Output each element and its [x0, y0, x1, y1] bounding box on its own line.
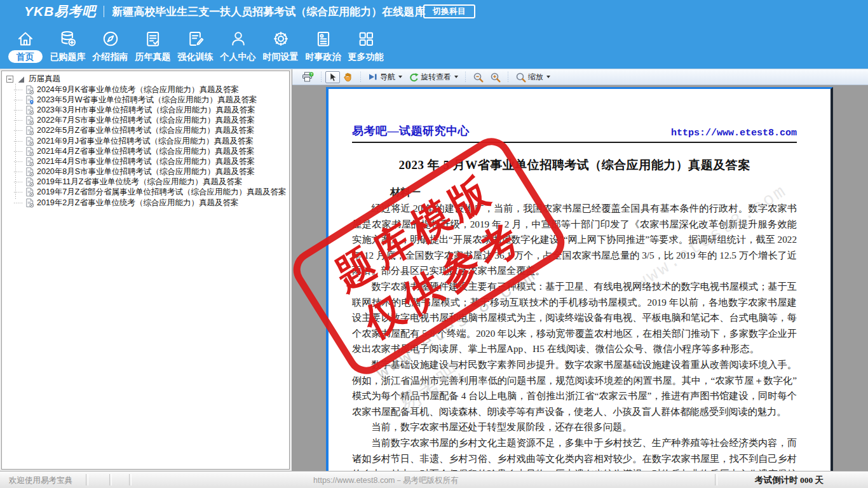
nav-item-current-affairs[interactable]: 时事政治	[302, 23, 344, 63]
nav-item-label: 已购题库	[50, 50, 86, 63]
tree-item-label: 2019年2月Z省事业单位统考（综合应用能力）真题及答案	[37, 198, 238, 208]
nav-item-label: 时间设置	[263, 50, 299, 63]
tree-item-label: 2022年5月Z省事业单位招聘考试（综合应用能力）真题及答案	[37, 125, 254, 136]
tree-connector	[14, 90, 23, 90]
statusbar-separator	[109, 474, 112, 485]
nav-item-profile[interactable]: 个人中心	[217, 23, 259, 63]
chevron-down-icon	[398, 76, 402, 78]
exam-file-icon	[25, 85, 34, 95]
printer-icon: ?	[302, 72, 314, 83]
tree-item-label: 2021年9月J省事业单位招聘考试（综合应用能力）真题及答案	[37, 136, 254, 147]
tree-item[interactable]: 2024年9月K省事业单位统考（综合应用能力）真题及答案	[14, 85, 289, 95]
select-tool-button[interactable]	[325, 71, 340, 83]
main-navbar: 首页 已购题库 介绍指南 历年真题	[0, 23, 868, 69]
titlebar-divider	[104, 6, 104, 17]
tree-item[interactable]: 2023年3月H市事业单位招聘考试（综合应用能力）真题及答案	[14, 105, 289, 115]
nav-item-label: 更多功能	[348, 50, 384, 63]
tree-item-label: 2020年8月S市事业单位招聘考试（综合应用能力）真题及答案	[37, 166, 255, 177]
document-header: 易考吧—试题研究中心 https://www.etest8.com	[352, 123, 797, 139]
nav-item-label: 首页	[8, 50, 43, 63]
navigate-label: 导航	[380, 72, 395, 83]
tree-item-label: 2023年3月H市事业单位招聘考试（综合应用能力）真题及答案	[37, 105, 255, 116]
tree-item[interactable]: 2022年5月Z省事业单位招聘考试（综合应用能力）真题及答案	[14, 126, 289, 136]
zoom-in-button[interactable]	[487, 71, 504, 83]
database-plus-icon	[58, 29, 78, 48]
rotate-view-dropdown[interactable]: 旋转查看	[405, 71, 461, 83]
tree-root-past-papers[interactable]: 历届真题	[6, 74, 289, 85]
chevron-down-icon	[546, 76, 550, 78]
exam-file-icon	[25, 167, 34, 177]
tree-item[interactable]: 2020年8月S市事业单位招聘考试（综合应用能力）真题及答案	[14, 167, 289, 177]
exam-countdown: 考试倒计时 000 天	[755, 475, 824, 486]
tree-item[interactable]: 2021年9月J省事业单位招聘考试（综合应用能力）真题及答案	[14, 136, 289, 146]
hand-icon	[343, 72, 353, 82]
tree-connector	[14, 192, 23, 193]
exam-file-icon	[25, 116, 34, 125]
tree-connector	[14, 120, 23, 121]
navigate-dropdown[interactable]: 导航	[365, 71, 405, 83]
tree-connector	[14, 100, 23, 100]
nav-item-time-settings[interactable]: 时间设置	[259, 23, 302, 63]
tree-item-selected[interactable]: 2023年5月W省事业单位招聘考试（综合应用能力）真题及答案	[14, 95, 289, 105]
tree-item-label: 2022年7月S市事业单位招聘考试（综合应用能力）真题及答案	[37, 115, 255, 126]
nav-item-training[interactable]: 强化训练	[174, 23, 217, 63]
newspaper-icon	[314, 29, 333, 48]
nav-item-past-papers[interactable]: 历年真题	[132, 23, 174, 63]
tree-item[interactable]: 2022年7月S市事业单位招聘考试（综合应用能力）真题及答案	[14, 116, 289, 126]
tree-root-label: 历届真题	[29, 74, 60, 85]
toolbar-separator	[321, 72, 322, 83]
statusbar-separator	[129, 474, 132, 485]
exam-file-icon	[25, 105, 34, 115]
tree-item[interactable]: 2019年11月Z省事业单位统考（综合应用能力）真题及答案	[14, 177, 289, 187]
exam-file-open-pin-icon	[25, 95, 34, 105]
exam-tree: 历届真题 2024年9月K省事业单位统考（综合应用能力）真题及答案	[2, 71, 289, 208]
folder-triangle-icon	[17, 75, 25, 84]
compass-icon	[101, 29, 120, 48]
statusbar-welcome: 欢迎使用易考宝典	[9, 475, 72, 486]
switch-subject-button[interactable]: 切换科目	[423, 4, 475, 18]
tree-connector	[14, 110, 23, 111]
person-icon	[229, 29, 248, 48]
zoom-out-button[interactable]	[470, 71, 487, 83]
tree-item[interactable]: 2021年4月S市事业单位招聘考试（综合应用能力）真题及答案	[14, 156, 289, 166]
material-1-label: 材料一	[390, 186, 797, 200]
tree-item[interactable]: 2019年7月Z省部分省属事业单位招聘考试（综合应用能力）真题及答案	[14, 187, 289, 198]
doc-source-title: 易考吧—试题研究中心	[352, 123, 470, 139]
document-page: 易考吧—试题研究中心 https://www.etest8.com 2023 年…	[326, 87, 833, 471]
workspace: 历届真题 2024年9月K省事业单位统考（综合应用能力）真题及答案	[0, 69, 868, 471]
toolbar-separator	[508, 72, 508, 83]
paragraph: 当前数字农家书屋的乡村文化主题资源不足，多集中于乡村技艺、生产种养殖等社会经济类…	[352, 435, 797, 471]
exam-paper-title: 2023 年 5 月W省事业单位招聘考试（综合应用能力）真题及答案	[352, 157, 797, 173]
app-window: YKB易考吧 新疆高校毕业生三支一扶人员招募考试（综合应用能力）在线题库 切换科…	[0, 0, 868, 488]
viewer-canvas: 易考吧—试题研究中心 https://www.etest8.com 2023 年…	[292, 85, 868, 471]
nav-item-label: 强化训练	[178, 50, 214, 63]
tree-connector	[14, 130, 23, 131]
home-icon	[16, 29, 35, 48]
nav-item-guide[interactable]: 介绍指南	[89, 23, 132, 63]
nav-item-more[interactable]: 更多功能	[344, 23, 387, 63]
nav-item-label: 历年真题	[135, 50, 171, 63]
document-check-icon	[144, 29, 163, 48]
tree-connector	[14, 182, 23, 182]
hand-tool-button[interactable]	[340, 71, 356, 83]
chevron-down-icon	[454, 76, 458, 78]
tree-item[interactable]: 2019年2月Z省事业单位统考（综合应用能力）真题及答案	[14, 198, 289, 208]
tree-item-label: 2021年4月S市事业单位招聘考试（综合应用能力）真题及答案	[37, 156, 255, 167]
paragraph: 数字农家书屋硬件建设主要有三种模式：基于卫星、有线电视网络技术的数字电视书屋模式…	[352, 279, 797, 357]
nav-item-label: 介绍指南	[93, 50, 128, 63]
pdf-toolbar: ?	[292, 69, 868, 85]
doc-source-url: https://www.etest8.com	[671, 128, 797, 139]
zoom-dropdown[interactable]: 缩放	[512, 71, 553, 83]
nav-item-purchased[interactable]: 已购题库	[46, 23, 89, 63]
tree-item[interactable]: 2021年4月Z省事业单位招聘考试（综合应用能力）真题及答案	[14, 146, 289, 156]
tree-item-label: 2019年11月Z省事业单位统考（综合应用能力）真题及答案	[37, 177, 242, 187]
print-button[interactable]: ?	[299, 71, 317, 83]
nav-item-home[interactable]: 首页	[4, 23, 46, 63]
tree-connector	[14, 151, 23, 152]
exam-file-icon	[25, 187, 34, 197]
exam-file-icon	[25, 157, 34, 166]
tree-item-label: 2019年7月Z省部分省属事业单位招聘考试（综合应用能力）真题及答案	[37, 187, 286, 198]
collapse-icon[interactable]	[6, 76, 13, 83]
tree-item-label: 2021年4月Z省事业单位招聘考试（综合应用能力）真题及答案	[37, 146, 254, 157]
svg-text:?: ?	[310, 72, 313, 76]
